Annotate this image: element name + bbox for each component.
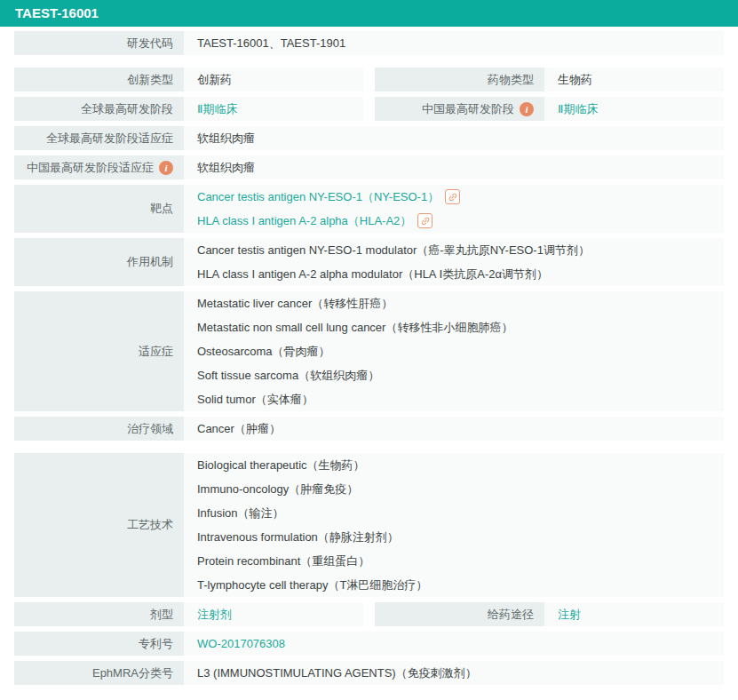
label-text: 工艺技术 (127, 517, 173, 533)
value-text: Immuno-oncology（肿瘤免疫） (197, 481, 358, 497)
row-patent: 专利号 WO-2017076308 (14, 632, 724, 656)
row-mechanism: 作用机制 Cancer testis antigen NY-ESO-1 modu… (14, 238, 724, 286)
route-link[interactable]: 注射 (558, 607, 581, 623)
indication-item: Osteosarcoma（骨肉瘤） (197, 339, 715, 363)
info-icon[interactable]: i (520, 102, 534, 116)
drug-detail-page: TAEST-16001 研发代码 TAEST-16001、TAEST-1901 … (0, 0, 738, 685)
row-global-stage-indication: 全球最高研发阶段适应症 软组织肉瘤 (14, 126, 724, 150)
innovation-type-label: 创新类型 (14, 68, 184, 91)
label-text: 研发代码 (127, 36, 173, 52)
global-stage-label: 全球最高研发阶段 (14, 97, 184, 121)
dosage-form-label: 剂型 (14, 602, 184, 626)
target-value: Cancer testis antigen NY-ESO-1（NY-ESO-1）… (184, 185, 724, 233)
patent-value: WO-2017076308 (184, 632, 724, 656)
ephmra-value: L3 (IMMUNOSTIMULATING AGENTS)（免疫刺激剂） (184, 661, 724, 685)
row-innovation-type: 创新类型 创新药 (14, 68, 363, 91)
dev-code-label: 研发代码 (14, 31, 184, 55)
value-text: Infusion（输注） (197, 505, 284, 521)
value-text: Osteosarcoma（骨肉瘤） (197, 344, 330, 360)
china-stage-link[interactable]: Ⅱ期临床 (558, 101, 598, 117)
row-therapy-area: 治疗领域 Cancer（肿瘤） (14, 417, 724, 441)
target-link[interactable]: HLA class I antigen A-2 alpha（HLA-A2） (197, 213, 411, 229)
label-text: 专利号 (139, 636, 173, 652)
value-text: Intravenous formulation（静脉注射剂） (197, 529, 399, 545)
row-route: 给药途径 注射 (375, 602, 724, 626)
therapy-area-value: Cancer（肿瘤） (184, 417, 724, 441)
link-icon[interactable] (417, 213, 432, 228)
global-stage-value: Ⅱ期临床 (184, 97, 363, 121)
label-text: 全球最高研发阶段 (81, 101, 173, 117)
technology-item: Immuno-oncology（肿瘤免疫） (197, 477, 715, 501)
target-link[interactable]: Cancer testis antigen NY-ESO-1（NY-ESO-1） (197, 189, 439, 205)
label-text: 给药途径 (488, 607, 534, 623)
dosage-form-value: 注射剂 (184, 602, 363, 626)
drug-type-value: 生物药 (544, 68, 724, 91)
target-item: Cancer testis antigen NY-ESO-1（NY-ESO-1） (197, 185, 715, 209)
indication-item: Soft tissue sarcoma（软组织肉瘤） (197, 363, 715, 387)
indication-item: Metastatic liver cancer（转移性肝癌） (197, 291, 715, 315)
drug-type-label: 药物类型 (375, 68, 544, 91)
technology-item: Protein recombinant（重组蛋白） (197, 549, 715, 573)
row-china-stage: 中国最高研发阶段 i Ⅱ期临床 (375, 97, 724, 121)
route-value: 注射 (544, 602, 724, 626)
china-stage-label: 中国最高研发阶段 i (375, 97, 544, 121)
value-text: Cancer（肿瘤） (197, 421, 281, 437)
value-text: Protein recombinant（重组蛋白） (197, 553, 369, 569)
value-text: 软组织肉瘤 (197, 131, 255, 147)
mechanism-item: Cancer testis antigen NY-ESO-1 modulator… (197, 238, 715, 262)
target-item: HLA class I antigen A-2 alpha（HLA-A2） (197, 209, 715, 233)
dev-code-value: TAEST-16001、TAEST-1901 (184, 31, 724, 55)
mechanism-item: HLA class I antigen A-2 alpha modulator（… (197, 262, 715, 286)
row-pair-stage: 全球最高研发阶段 Ⅱ期临床 中国最高研发阶段 i Ⅱ期临床 (14, 97, 724, 121)
global-stage-link[interactable]: Ⅱ期临床 (197, 101, 237, 117)
patent-link[interactable]: WO-2017076308 (197, 637, 285, 650)
link-icon[interactable] (445, 189, 460, 204)
technology-item: Intravenous formulation（静脉注射剂） (197, 525, 715, 549)
label-text: 药物类型 (488, 72, 534, 88)
technology-value: Biological therapeutic（生物药） Immuno-oncol… (184, 453, 724, 597)
china-stage-indication-label: 中国最高研发阶段适应症 i (14, 155, 184, 179)
label-text: 作用机制 (127, 254, 173, 270)
row-dev-code: 研发代码 TAEST-16001、TAEST-1901 (14, 31, 724, 55)
therapy-area-label: 治疗领域 (14, 417, 184, 441)
row-china-stage-indication: 中国最高研发阶段适应症 i 软组织肉瘤 (14, 155, 724, 179)
row-target: 靶点 Cancer testis antigen NY-ESO-1（NY-ESO… (14, 185, 724, 233)
value-text: Cancer testis antigen NY-ESO-1 modulator… (197, 243, 590, 259)
global-stage-indication-value: 软组织肉瘤 (184, 126, 724, 150)
label-text: 创新类型 (127, 72, 173, 88)
label-text: 靶点 (150, 201, 173, 217)
row-pair-form-route: 剂型 注射剂 给药途径 注射 (14, 602, 724, 626)
target-label: 靶点 (14, 185, 184, 233)
page-title-bar: TAEST-16001 (0, 0, 738, 27)
label-text: 全球最高研发阶段适应症 (46, 131, 173, 147)
technology-item: T-lymphocyte cell therapy（T淋巴细胞治疗） (197, 573, 715, 597)
value-text: 软组织肉瘤 (197, 160, 255, 176)
indication-item: Solid tumor（实体瘤） (197, 387, 715, 411)
technology-item: Biological therapeutic（生物药） (197, 453, 715, 477)
value-text: Biological therapeutic（生物药） (197, 457, 365, 473)
value-text: Metastatic non small cell lung cancer（转移… (197, 320, 512, 336)
mechanism-label: 作用机制 (14, 238, 184, 286)
value-text: Solid tumor（实体瘤） (197, 392, 313, 408)
route-label: 给药途径 (375, 602, 544, 626)
ephmra-label: EphMRA分类号 (14, 661, 184, 685)
label-text: 中国最高研发阶段 (422, 101, 514, 117)
label-text: 治疗领域 (127, 421, 173, 437)
label-text: 适应症 (139, 344, 173, 360)
row-dosage-form: 剂型 注射剂 (14, 602, 363, 626)
info-icon[interactable]: i (159, 161, 173, 175)
patent-label: 专利号 (14, 632, 184, 656)
row-indications: 适应症 Metastatic liver cancer（转移性肝癌） Metas… (14, 291, 724, 411)
innovation-type-value: 创新药 (184, 68, 363, 91)
label-text: 剂型 (150, 607, 173, 623)
technology-label: 工艺技术 (14, 453, 184, 597)
indications-label: 适应症 (14, 291, 184, 411)
indication-item: Metastatic non small cell lung cancer（转移… (197, 315, 715, 339)
dosage-form-link[interactable]: 注射剂 (197, 607, 232, 623)
row-drug-type: 药物类型 生物药 (375, 68, 724, 91)
value-text: T-lymphocyte cell therapy（T淋巴细胞治疗） (197, 577, 427, 593)
china-stage-indication-value: 软组织肉瘤 (184, 155, 724, 179)
row-global-stage: 全球最高研发阶段 Ⅱ期临床 (14, 97, 363, 121)
mechanism-value: Cancer testis antigen NY-ESO-1 modulator… (184, 238, 724, 286)
value-text: 生物药 (558, 72, 592, 88)
